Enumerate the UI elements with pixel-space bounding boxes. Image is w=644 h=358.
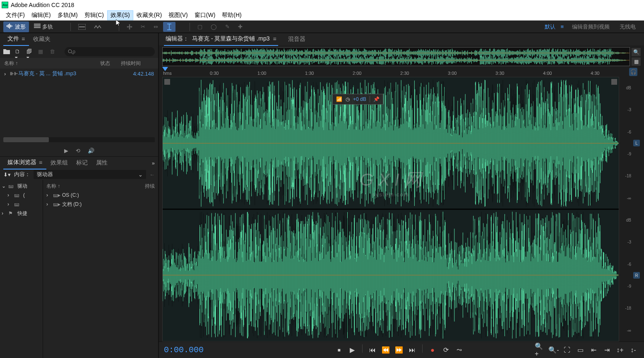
tab-favorites[interactable]: 收藏夹 [29,33,55,45]
files-scrollbar[interactable] [3,137,155,142]
view-multitrack-button[interactable]: 多轨 [31,21,56,32]
play-preview-icon[interactable]: ▶ [64,148,68,154]
view-waveform-button[interactable]: 波形 [3,21,29,32]
tree-drives[interactable]: ⌄🖴驱动 [2,181,41,191]
menu-edit[interactable]: 编辑(E) [28,10,54,20]
tab-editor[interactable]: 编辑器： 马赛克 - 莫里森与杂货铺 .mp3 ≡ [164,33,278,46]
tool-razor-button[interactable]: ✂ [137,22,149,31]
time-ruler[interactable]: hms 0:301:001:302:002:303:003:304:004:30… [162,68,641,77]
menu-view[interactable]: 视图(V) [165,10,191,20]
download-drive-icon[interactable]: ⬇▾ [3,172,11,178]
svg-rect-1 [8,24,9,28]
overview-waveform[interactable] [162,47,630,66]
tool-heal-button[interactable]: ✚ [235,22,246,31]
panel-overflow-icon[interactable]: » [152,160,155,166]
workspace-wireless[interactable]: 无线电 [615,21,641,32]
tab-media-browser[interactable]: 媒体浏览器 ≡ [3,156,46,169]
expand-icon[interactable]: › [4,71,10,77]
files-panel-tabs: 文件 ≡ 收藏夹 [0,33,158,45]
timecode-display[interactable]: 0:00.000 [164,345,263,355]
grid-view-icon[interactable]: ▦ [632,57,641,66]
media-header-name[interactable]: 名称 ↑ [46,183,145,190]
workspace-edit-av[interactable]: 编辑音频到视频 [567,21,615,32]
tool-spectral-freq-button[interactable] [75,22,89,31]
tool-spectral-pitch-button[interactable] [91,22,105,31]
menu-effects[interactable]: 效果(S) [107,10,133,20]
goto-end-button[interactable]: ⏭ [406,344,418,356]
auto-play-icon[interactable]: 🔊 [88,148,94,154]
tool-time-select-button[interactable] [163,22,175,32]
zoom-vertical-in-icon[interactable]: ↕+ [614,344,626,356]
tab-mixer[interactable]: 混音器 [286,33,307,45]
tool-slip-button[interactable]: ⇔ [150,22,161,31]
menu-favorites[interactable]: 收藏夹(R) [133,10,165,20]
tree-right-drive-d[interactable]: ›🖴▸文档 (D:) [46,200,155,209]
hud-gain-value[interactable]: +0 dB [353,96,366,102]
file-search-input[interactable] [65,47,155,56]
tab-files[interactable]: 文件 ≡ [3,33,29,46]
panel-menu-icon[interactable]: ≡ [39,159,42,166]
tab-markers[interactable]: 标记 [72,157,92,169]
channel-l-badge[interactable]: L [633,140,640,146]
files-header-name[interactable]: 名称 ↑ [4,60,100,67]
forward-button[interactable]: ⏩ [393,344,405,356]
open-file-icon[interactable] [3,48,10,55]
delete-icon[interactable]: 🗑 [50,48,56,55]
panel-menu-icon[interactable]: ≡ [273,36,276,42]
new-file-icon[interactable]: 🗋▾ [15,48,22,55]
tool-brush-button[interactable]: ✎ [222,22,233,31]
tool-marquee-button[interactable]: ▢ [194,22,206,31]
back-icon[interactable]: ← [149,172,155,178]
loop-button[interactable]: ⟳ [440,344,452,356]
zoom-full-icon[interactable]: ⛶ [561,344,573,356]
workspace-default[interactable]: 默认 [540,21,560,32]
zoom-in-icon[interactable]: 🔍+ [535,344,546,356]
zoom-out-point-icon[interactable]: ⇥ [601,344,613,356]
files-header-status[interactable]: 状态 [100,60,121,67]
panel-menu-icon[interactable]: ≡ [22,36,25,42]
goto-start-button[interactable]: ⏮ [367,344,378,356]
loop-preview-icon[interactable]: ⟲ [76,148,80,154]
headphones-icon[interactable]: 🎧 [629,68,637,76]
workspace-hamburger-icon[interactable]: ≡ [560,24,564,30]
play-button[interactable]: ▶ [346,344,358,356]
menu-multitrack[interactable]: 多轨(M) [54,10,81,20]
menu-file[interactable]: 文件(F) [2,10,28,20]
new-multitrack-icon[interactable]: 🗐▾ [26,48,33,55]
files-header-duration[interactable]: 持续时间 [121,60,154,67]
zoom-in-time-icon[interactable]: 🔍 [632,48,641,56]
zoom-selection-icon[interactable]: ▭ [574,344,586,356]
file-row[interactable]: › ⊪⊩ 马赛克 - 莫 ... 货铺 .mp3 4:42.148 [0,69,158,79]
hud-clock-icon[interactable]: ◷ [346,96,350,102]
ch1-top-toggle[interactable] [164,79,170,85]
content-dropdown[interactable]: 驱动器 ⌄ [34,170,146,179]
media-header-duration[interactable]: 持续 [145,183,155,190]
zoom-in-point-icon[interactable]: ⇤ [588,344,599,356]
tree-drive-c[interactable]: ›🖴( [2,191,41,200]
hud-pin-icon[interactable]: 📌 [373,96,380,102]
tab-effects-rack[interactable]: 效果组 [46,157,72,169]
tool-lasso-button[interactable]: ◯ [207,22,220,31]
ch1-top-right-toggle[interactable] [611,79,617,85]
hud-controls[interactable]: 📶 ◷ +0 dB 📌 [332,94,383,105]
tree-drive-d[interactable]: ›🖴 [2,200,41,209]
channel-r-badge[interactable]: R [633,272,640,279]
tree-shortcuts[interactable]: ›⚑快捷 [2,209,41,218]
hud-volume-icon[interactable]: 📶 [336,96,342,102]
record-button[interactable]: ● [427,344,438,356]
menu-help[interactable]: 帮助(H) [219,10,245,20]
zoom-vertical-out-icon[interactable]: ↕- [627,344,639,356]
menu-window[interactable]: 窗口(W) [191,10,219,20]
stop-button[interactable]: ■ [333,344,345,356]
tool-move-button[interactable] [123,22,136,31]
tab-properties[interactable]: 属性 [92,157,112,169]
skip-selection-button[interactable]: ⤳ [453,344,465,356]
editor-tabs: 编辑器： 马赛克 - 莫里森与杂货铺 .mp3 ≡ 混音器 [159,33,644,45]
menu-clip[interactable]: 剪辑(C) [81,10,107,20]
tree-right-drive-c[interactable]: ›🖴▸OS (C:) [46,191,155,200]
zoom-out-icon[interactable]: 🔍- [548,344,560,356]
insert-icon[interactable]: ▦ [38,48,45,55]
waveform-display[interactable]: G X I 网 system.com 📶 ◷ +0 dB 📌 [162,77,619,341]
svg-rect-5 [34,24,41,25]
rewind-button[interactable]: ⏪ [380,344,392,356]
